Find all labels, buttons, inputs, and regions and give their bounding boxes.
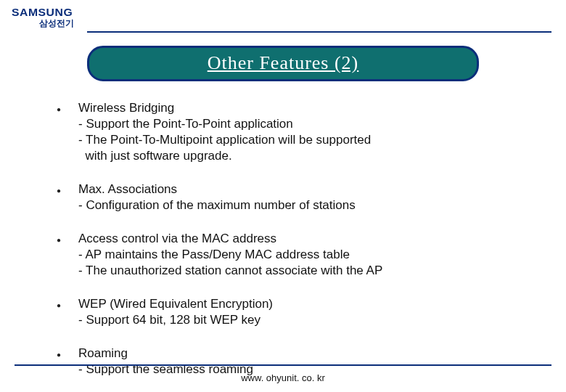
bullet-icon: ● — [57, 100, 78, 164]
item-body: WEP (Wired Equivalent Encryption) - Supp… — [78, 296, 506, 328]
item-sub: with just software upgrade. — [78, 148, 506, 164]
header: SAMSUNG 삼성전기 — [0, 0, 566, 30]
title-container: Other Features (2) — [87, 46, 479, 81]
top-divider — [87, 31, 551, 33]
bullet-icon: ● — [57, 296, 78, 328]
logo-main: SAMSUNG — [12, 6, 73, 18]
item-heading: Max. Associations — [78, 181, 506, 197]
item-sub: - Support the Point-To-Point application — [78, 116, 506, 132]
page-title: Other Features (2) — [208, 52, 359, 73]
item-sub: - Support 64 bit, 128 bit WEP key — [78, 312, 506, 328]
item-heading: Roaming — [78, 346, 506, 362]
item-sub: - The unauthorized station cannot associ… — [78, 263, 506, 279]
content-list: ● Wireless Bridging - Support the Point-… — [57, 100, 506, 377]
item-heading: Access control via the MAC address — [78, 231, 506, 247]
item-sub: - AP maintains the Pass/Deny MAC address… — [78, 247, 506, 263]
item-body: Wireless Bridging - Support the Point-To… — [78, 100, 506, 164]
item-heading: Wireless Bridging — [78, 100, 506, 116]
bottom-divider — [15, 364, 551, 366]
item-body: Access control via the MAC address - AP … — [78, 231, 506, 279]
bullet-icon: ● — [57, 231, 78, 279]
list-item: ● Max. Associations - Configuration of t… — [57, 181, 506, 213]
logo-sub: 삼성전기 — [39, 17, 566, 30]
list-item: ● Access control via the MAC address - A… — [57, 231, 506, 279]
item-sub: - Configuration of the maximum number of… — [78, 197, 506, 213]
footer-url: www. ohyunit. co. kr — [0, 372, 566, 383]
list-item: ● WEP (Wired Equivalent Encryption) - Su… — [57, 296, 506, 328]
item-body: Max. Associations - Configuration of the… — [78, 181, 506, 213]
title-pill: Other Features (2) — [87, 46, 479, 81]
bullet-icon: ● — [57, 181, 78, 213]
list-item: ● Wireless Bridging - Support the Point-… — [57, 100, 506, 164]
item-heading: WEP (Wired Equivalent Encryption) — [78, 296, 506, 312]
item-sub: - The Point-To-Multipoint application wi… — [78, 132, 506, 148]
